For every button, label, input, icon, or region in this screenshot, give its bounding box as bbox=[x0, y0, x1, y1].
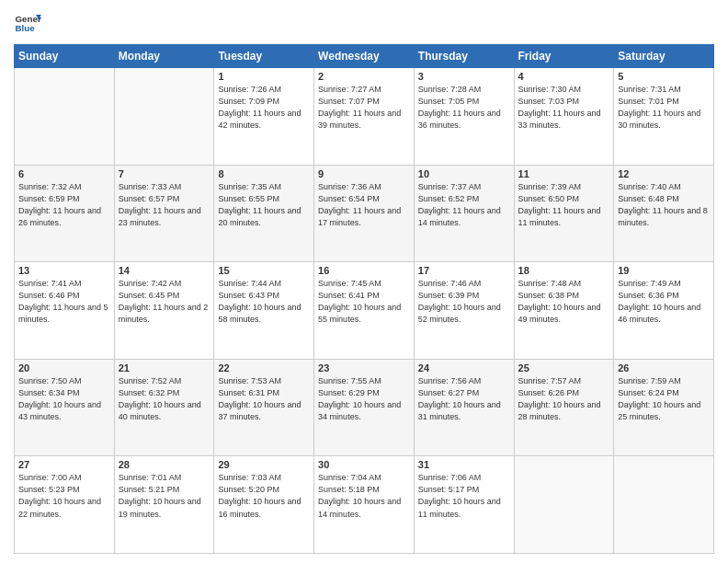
day-number: 13 bbox=[18, 265, 110, 276]
calendar-cell-week3-day3: 15Sunrise: 7:44 AMSunset: 6:43 PMDayligh… bbox=[214, 262, 314, 360]
day-number: 9 bbox=[318, 168, 410, 179]
calendar-header-sunday: Sunday bbox=[15, 45, 115, 68]
calendar-cell-week4-day4: 23Sunrise: 7:55 AMSunset: 6:29 PMDayligh… bbox=[314, 359, 415, 456]
day-number: 5 bbox=[618, 71, 710, 82]
day-number: 15 bbox=[218, 265, 310, 276]
day-info: Sunrise: 7:04 AMSunset: 5:18 PMDaylight:… bbox=[318, 472, 410, 520]
day-number: 26 bbox=[618, 362, 710, 373]
calendar-cell-week1-day5: 3Sunrise: 7:28 AMSunset: 7:05 PMDaylight… bbox=[414, 68, 514, 166]
day-number: 12 bbox=[618, 168, 710, 179]
calendar-cell-week5-day1: 27Sunrise: 7:00 AMSunset: 5:23 PMDayligh… bbox=[15, 456, 115, 554]
calendar-cell-week2-day1: 6Sunrise: 7:32 AMSunset: 6:59 PMDaylight… bbox=[15, 165, 115, 262]
day-info: Sunrise: 7:01 AMSunset: 5:21 PMDaylight:… bbox=[119, 472, 210, 520]
day-number: 17 bbox=[418, 265, 510, 276]
day-info: Sunrise: 7:33 AMSunset: 6:57 PMDaylight:… bbox=[119, 181, 210, 229]
day-info: Sunrise: 7:57 AMSunset: 6:26 PMDaylight:… bbox=[518, 375, 610, 423]
day-number: 6 bbox=[18, 168, 110, 179]
day-info: Sunrise: 7:42 AMSunset: 6:45 PMDaylight:… bbox=[119, 278, 210, 326]
svg-text:Blue: Blue bbox=[16, 23, 36, 33]
day-info: Sunrise: 7:31 AMSunset: 7:01 PMDaylight:… bbox=[618, 84, 710, 132]
logo-icon: General Blue bbox=[14, 9, 41, 37]
day-number: 1 bbox=[218, 71, 310, 82]
day-info: Sunrise: 7:53 AMSunset: 6:31 PMDaylight:… bbox=[218, 375, 310, 423]
calendar-cell-week1-day3: 1Sunrise: 7:26 AMSunset: 7:09 PMDaylight… bbox=[214, 68, 314, 166]
calendar-cell-week1-day2 bbox=[114, 68, 214, 166]
calendar-cell-week5-day4: 30Sunrise: 7:04 AMSunset: 5:18 PMDayligh… bbox=[314, 456, 415, 554]
logo: General Blue bbox=[14, 9, 41, 37]
calendar-cell-week5-day5: 31Sunrise: 7:06 AMSunset: 5:17 PMDayligh… bbox=[414, 456, 514, 554]
calendar-cell-week3-day1: 13Sunrise: 7:41 AMSunset: 6:46 PMDayligh… bbox=[15, 262, 115, 360]
page-header: General Blue bbox=[14, 9, 714, 37]
day-info: Sunrise: 7:45 AMSunset: 6:41 PMDaylight:… bbox=[318, 278, 410, 326]
calendar-cell-week1-day1 bbox=[15, 68, 115, 166]
day-info: Sunrise: 7:32 AMSunset: 6:59 PMDaylight:… bbox=[18, 181, 110, 229]
calendar-cell-week4-day3: 22Sunrise: 7:53 AMSunset: 6:31 PMDayligh… bbox=[214, 359, 314, 456]
day-info: Sunrise: 7:26 AMSunset: 7:09 PMDaylight:… bbox=[218, 84, 310, 132]
calendar-cell-week3-day4: 16Sunrise: 7:45 AMSunset: 6:41 PMDayligh… bbox=[314, 262, 415, 360]
calendar-header-thursday: Thursday bbox=[414, 45, 514, 68]
day-number: 3 bbox=[418, 71, 510, 82]
calendar-cell-week4-day2: 21Sunrise: 7:52 AMSunset: 6:32 PMDayligh… bbox=[114, 359, 214, 456]
day-number: 27 bbox=[18, 459, 110, 470]
calendar-cell-week2-day6: 11Sunrise: 7:39 AMSunset: 6:50 PMDayligh… bbox=[514, 165, 614, 262]
day-number: 21 bbox=[119, 362, 210, 373]
day-info: Sunrise: 7:28 AMSunset: 7:05 PMDaylight:… bbox=[418, 84, 510, 132]
calendar-cell-week1-day7: 5Sunrise: 7:31 AMSunset: 7:01 PMDaylight… bbox=[614, 68, 714, 166]
calendar-week-4: 20Sunrise: 7:50 AMSunset: 6:34 PMDayligh… bbox=[15, 359, 714, 456]
day-info: Sunrise: 7:27 AMSunset: 7:07 PMDaylight:… bbox=[318, 84, 410, 132]
calendar-cell-week2-day7: 12Sunrise: 7:40 AMSunset: 6:48 PMDayligh… bbox=[614, 165, 714, 262]
day-number: 22 bbox=[218, 362, 310, 373]
calendar-header-saturday: Saturday bbox=[614, 45, 714, 68]
calendar-cell-week5-day3: 29Sunrise: 7:03 AMSunset: 5:20 PMDayligh… bbox=[214, 456, 314, 554]
calendar-cell-week1-day6: 4Sunrise: 7:30 AMSunset: 7:03 PMDaylight… bbox=[514, 68, 614, 166]
calendar-header-wednesday: Wednesday bbox=[314, 45, 415, 68]
day-number: 31 bbox=[418, 459, 510, 470]
day-info: Sunrise: 7:59 AMSunset: 6:24 PMDaylight:… bbox=[618, 375, 710, 423]
calendar-cell-week3-day7: 19Sunrise: 7:49 AMSunset: 6:36 PMDayligh… bbox=[614, 262, 714, 360]
day-info: Sunrise: 7:30 AMSunset: 7:03 PMDaylight:… bbox=[518, 84, 610, 132]
day-info: Sunrise: 7:41 AMSunset: 6:46 PMDaylight:… bbox=[18, 278, 110, 326]
day-number: 24 bbox=[418, 362, 510, 373]
day-info: Sunrise: 7:48 AMSunset: 6:38 PMDaylight:… bbox=[518, 278, 610, 326]
calendar-cell-week4-day5: 24Sunrise: 7:56 AMSunset: 6:27 PMDayligh… bbox=[414, 359, 514, 456]
calendar-week-1: 1Sunrise: 7:26 AMSunset: 7:09 PMDaylight… bbox=[15, 68, 714, 166]
day-info: Sunrise: 7:00 AMSunset: 5:23 PMDaylight:… bbox=[18, 472, 110, 520]
day-info: Sunrise: 7:36 AMSunset: 6:54 PMDaylight:… bbox=[318, 181, 410, 229]
day-number: 11 bbox=[518, 168, 610, 179]
calendar-cell-week3-day6: 18Sunrise: 7:48 AMSunset: 6:38 PMDayligh… bbox=[514, 262, 614, 360]
calendar-cell-week1-day4: 2Sunrise: 7:27 AMSunset: 7:07 PMDaylight… bbox=[314, 68, 415, 166]
calendar-table: SundayMondayTuesdayWednesdayThursdayFrid… bbox=[14, 44, 714, 554]
calendar-cell-week3-day2: 14Sunrise: 7:42 AMSunset: 6:45 PMDayligh… bbox=[114, 262, 214, 360]
day-number: 30 bbox=[318, 459, 410, 470]
day-number: 14 bbox=[119, 265, 210, 276]
calendar-week-2: 6Sunrise: 7:32 AMSunset: 6:59 PMDaylight… bbox=[15, 165, 714, 262]
day-info: Sunrise: 7:44 AMSunset: 6:43 PMDaylight:… bbox=[218, 278, 310, 326]
calendar-cell-week4-day7: 26Sunrise: 7:59 AMSunset: 6:24 PMDayligh… bbox=[614, 359, 714, 456]
calendar-cell-week2-day2: 7Sunrise: 7:33 AMSunset: 6:57 PMDaylight… bbox=[114, 165, 214, 262]
day-info: Sunrise: 7:06 AMSunset: 5:17 PMDaylight:… bbox=[418, 472, 510, 520]
day-number: 8 bbox=[218, 168, 310, 179]
day-info: Sunrise: 7:03 AMSunset: 5:20 PMDaylight:… bbox=[218, 472, 310, 520]
calendar-week-3: 13Sunrise: 7:41 AMSunset: 6:46 PMDayligh… bbox=[15, 262, 714, 360]
day-info: Sunrise: 7:39 AMSunset: 6:50 PMDaylight:… bbox=[518, 181, 610, 229]
calendar-week-5: 27Sunrise: 7:00 AMSunset: 5:23 PMDayligh… bbox=[15, 456, 714, 554]
day-info: Sunrise: 7:55 AMSunset: 6:29 PMDaylight:… bbox=[318, 375, 410, 423]
day-number: 10 bbox=[418, 168, 510, 179]
day-number: 29 bbox=[218, 459, 310, 470]
day-info: Sunrise: 7:46 AMSunset: 6:39 PMDaylight:… bbox=[418, 278, 510, 326]
calendar-cell-week2-day3: 8Sunrise: 7:35 AMSunset: 6:55 PMDaylight… bbox=[214, 165, 314, 262]
day-number: 7 bbox=[119, 168, 210, 179]
calendar-cell-week2-day4: 9Sunrise: 7:36 AMSunset: 6:54 PMDaylight… bbox=[314, 165, 415, 262]
calendar-header-monday: Monday bbox=[114, 45, 214, 68]
day-number: 19 bbox=[618, 265, 710, 276]
day-info: Sunrise: 7:49 AMSunset: 6:36 PMDaylight:… bbox=[618, 278, 710, 326]
calendar-cell-week4-day1: 20Sunrise: 7:50 AMSunset: 6:34 PMDayligh… bbox=[15, 359, 115, 456]
day-info: Sunrise: 7:37 AMSunset: 6:52 PMDaylight:… bbox=[418, 181, 510, 229]
calendar-cell-week3-day5: 17Sunrise: 7:46 AMSunset: 6:39 PMDayligh… bbox=[414, 262, 514, 360]
calendar-cell-week2-day5: 10Sunrise: 7:37 AMSunset: 6:52 PMDayligh… bbox=[414, 165, 514, 262]
calendar-header-friday: Friday bbox=[514, 45, 614, 68]
day-number: 16 bbox=[318, 265, 410, 276]
calendar-header-tuesday: Tuesday bbox=[214, 45, 314, 68]
calendar-cell-week5-day2: 28Sunrise: 7:01 AMSunset: 5:21 PMDayligh… bbox=[114, 456, 214, 554]
day-info: Sunrise: 7:40 AMSunset: 6:48 PMDaylight:… bbox=[618, 181, 710, 229]
